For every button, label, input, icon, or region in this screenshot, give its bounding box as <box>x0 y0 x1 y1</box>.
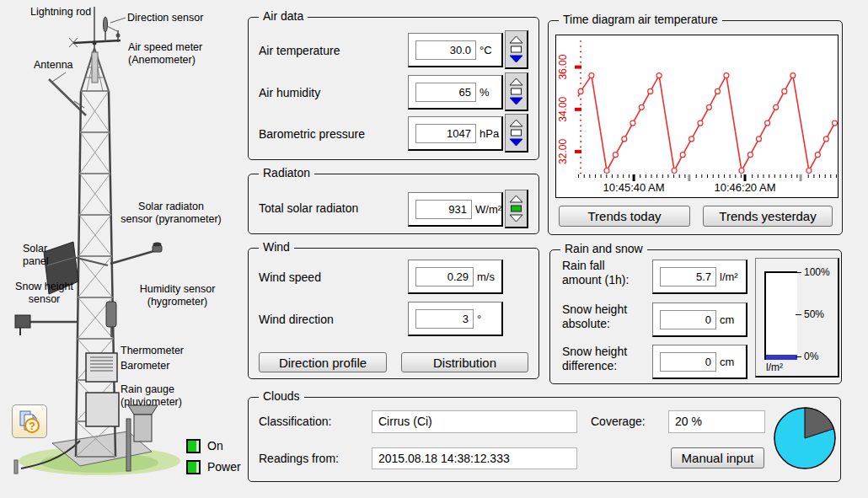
data-point-marker <box>806 169 812 174</box>
air-humidity-label: Air humidity <box>259 86 320 100</box>
radiation-title: Radiaton <box>259 166 314 179</box>
air-temperature-spinner[interactable] <box>505 30 528 69</box>
led-power-toggle[interactable] <box>186 460 201 474</box>
total-solar-radiation-spinner[interactable] <box>505 190 528 228</box>
distribution-button[interactable]: Distribution <box>401 352 528 372</box>
snow-difference-value: 0 <box>660 352 716 372</box>
data-point-marker <box>672 169 677 174</box>
temperature-chart-svg: 32.0034.0036.0010:45:40 AM10:46:20 AM <box>556 35 838 197</box>
led-on-toggle[interactable] <box>186 439 201 453</box>
data-point-marker <box>706 104 711 110</box>
label-pyranometer: Solar radiaton sensor (pyranometer) <box>103 201 239 226</box>
air-temperature-display: 30.0 °C <box>408 33 503 67</box>
data-point-marker <box>790 73 796 78</box>
temperature-chart: 32.0034.0036.0010:45:40 AM10:46:20 AM <box>555 35 839 198</box>
barometric-pressure-label: Barometric pressure <box>259 127 365 142</box>
rain-tank <box>764 271 797 360</box>
led-on-label: On <box>207 439 223 453</box>
center-tube <box>92 52 98 83</box>
data-point-marker <box>622 137 627 142</box>
rain-cabinet <box>86 393 119 426</box>
barometric-pressure-display: 1047 hPa <box>408 116 503 151</box>
data-point-marker <box>833 120 838 126</box>
barometric-pressure-spinner[interactable] <box>505 114 528 153</box>
rain-fall-unit: l/m² <box>720 268 738 286</box>
data-point-marker <box>724 73 729 78</box>
wind-speed-value: 0.29 <box>415 267 474 286</box>
wind-direction-unit: ° <box>477 310 481 328</box>
label-humidity-sensor: Humidity sensor (hygrometer) <box>125 283 230 308</box>
pyranometer-arm <box>110 250 157 264</box>
coverage-label: Coverage: <box>591 415 646 429</box>
svg-text:?: ? <box>29 420 35 432</box>
clouds-title: Clouds <box>259 389 304 403</box>
time-diagram-title: Time diagram air temperature <box>559 13 722 26</box>
data-point-marker <box>656 73 662 78</box>
air-temperature-label: Air temperature <box>259 44 340 58</box>
svg-text:32.00: 32.00 <box>557 139 569 164</box>
total-solar-radiation-display: 931 W/m² <box>408 192 503 227</box>
tank-label-0: 0% <box>804 351 818 361</box>
clouds-group: Clouds Classification: Cirrus (Ci) Cover… <box>248 397 841 482</box>
total-solar-radiation-label: Total solar radiaton <box>259 201 358 216</box>
tank-label-100: 100% <box>804 267 830 277</box>
svg-text:10:46:20 AM: 10:46:20 AM <box>715 181 776 194</box>
data-point-marker <box>613 153 618 158</box>
classification-label: Classification: <box>259 415 331 429</box>
rain-snow-title: Rain and snow <box>560 242 647 255</box>
svg-text:36.00: 36.00 <box>557 54 569 79</box>
air-temperature-value[interactable]: 30.0 <box>415 40 476 60</box>
rain-fall-display: 5.7 l/m² <box>652 260 747 294</box>
label-snow-height-sensor: Snow height sensor <box>4 281 84 306</box>
total-solar-radiation-value[interactable]: 931 <box>415 200 472 219</box>
tank-label-50: 50% <box>804 309 824 319</box>
classification-field: Cirrus (Ci) <box>372 410 577 433</box>
wind-speed-unit: m/s <box>477 268 495 286</box>
data-point-marker <box>774 104 779 110</box>
data-point-marker <box>689 137 694 142</box>
rain-gauge-pole <box>126 419 131 471</box>
cloud-coverage-pie-chart <box>771 404 839 472</box>
label-air-speed-meter: Air speed meter (Anemometer) <box>128 41 202 67</box>
time-diagram-group: Time diagram air temperature 32.0034.003… <box>548 20 843 235</box>
data-point-marker <box>589 73 594 78</box>
spinner-arrows-icon <box>509 35 523 64</box>
snow-absolute-unit: cm <box>720 311 734 329</box>
svg-text:10:45:40 AM: 10:45:40 AM <box>603 181 665 194</box>
snow-difference-unit: cm <box>720 353 734 371</box>
readings-from-label: Readings from: <box>259 452 339 466</box>
data-point-marker <box>747 153 753 158</box>
wind-speed-display: 0.29 m/s <box>408 260 503 294</box>
air-humidity-spinner[interactable] <box>505 72 528 111</box>
wind-speed-label: Wind speed <box>259 270 321 285</box>
trends-yesterday-button[interactable]: Trends yesterday <box>703 206 833 227</box>
coverage-field: 20 % <box>668 410 765 433</box>
data-point-marker <box>782 88 787 94</box>
data-point-marker <box>648 88 653 94</box>
manual-input-button[interactable]: Manual input <box>671 447 764 469</box>
label-direction-sensor: Direction sensor <box>127 12 203 24</box>
trends-today-button[interactable]: Trends today <box>559 206 690 227</box>
label-thermometer: Thermometer <box>121 345 184 357</box>
tank-unit-label: l/m² <box>766 361 783 373</box>
snow-difference-label: Snow height difference: <box>562 345 627 373</box>
air-data-title: Air data <box>259 9 308 23</box>
snow-absolute-display: 0 cm <box>652 303 747 337</box>
rain-fall-value: 5.7 <box>660 267 716 286</box>
data-point-marker <box>715 88 721 94</box>
help-button[interactable]: ? <box>12 404 47 438</box>
snow-absolute-label: Snow height absolute: <box>562 303 627 331</box>
humidity-sensor-shape <box>106 302 116 327</box>
spinner-arrows-icon <box>509 195 523 223</box>
direction-profile-button[interactable]: Direction profile <box>259 352 387 372</box>
air-humidity-value[interactable]: 65 <box>415 83 476 102</box>
rain-tank-fill <box>766 355 797 360</box>
data-point-marker <box>765 120 770 126</box>
total-solar-radiation-unit: W/m² <box>475 201 501 218</box>
led-power-label: Power <box>207 460 241 474</box>
snow-difference-display: 0 cm <box>652 345 747 379</box>
barometric-pressure-value[interactable]: 1047 <box>415 124 476 143</box>
crossarm <box>73 40 121 43</box>
spinner-arrows-icon <box>509 78 523 106</box>
radiation-group: Radiaton Total solar radiaton 931 W/m² <box>248 174 539 234</box>
